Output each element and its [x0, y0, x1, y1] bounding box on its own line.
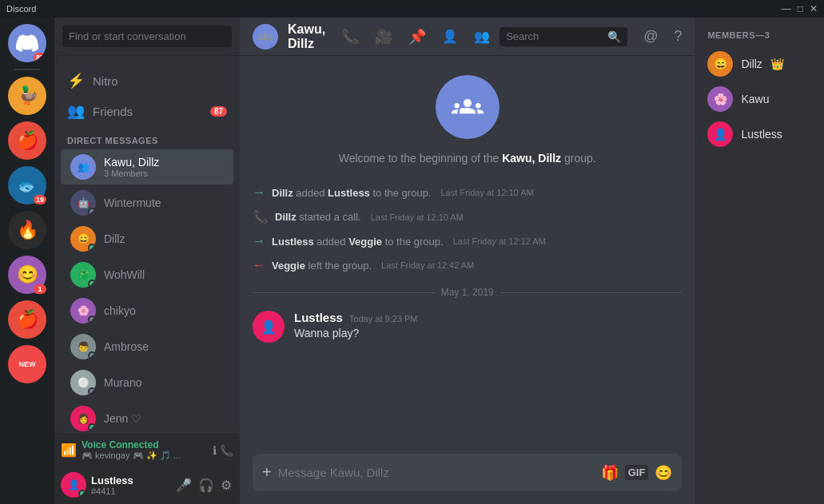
- members-toggle-button[interactable]: 👥: [474, 29, 490, 44]
- voice-connected-info: Voice Connected 🎮 kevingay 🎮 ✨ 🎵 ...: [82, 439, 208, 461]
- gift-icon[interactable]: 🎁: [601, 464, 619, 482]
- chat-input-area: + 🎁 GIF 😊: [240, 454, 695, 504]
- member-avatar-kawu: 🌸: [707, 86, 733, 112]
- phone-call-button[interactable]: 📞: [341, 28, 359, 46]
- system-msg-2-text: Dillz started a call.: [275, 211, 361, 223]
- message-avatar-lustless: 👤: [253, 311, 285, 343]
- dm-name-ambrose: Ambrose: [104, 340, 149, 353]
- status-dot-jenn: [88, 423, 96, 431]
- system-msg-2-time: Last Friday at 12:10 AM: [371, 212, 464, 222]
- member-item-dillz[interactable]: 😄 Dillz 👑: [701, 46, 824, 81]
- status-dot-wintermute: [88, 208, 96, 216]
- dm-avatar-kawu-dillz: 👥: [70, 154, 96, 180]
- voice-info-button[interactable]: ℹ: [213, 444, 217, 457]
- phone-icon: 📞: [253, 209, 269, 224]
- gif-button[interactable]: GIF: [625, 465, 649, 480]
- system-msg-3-time: Last Friday at 12:12 AM: [453, 236, 546, 246]
- member-item-lustless[interactable]: 👤 Lustless: [701, 117, 824, 152]
- emoji-button[interactable]: 😊: [655, 464, 672, 482]
- dm-item-wintermute[interactable]: 🤖 Wintermute: [61, 185, 233, 220]
- system-msg-2: 📞 Dillz started a call. Last Friday at 1…: [253, 208, 682, 226]
- add-attachment-button[interactable]: +: [262, 454, 272, 491]
- friends-icon: 👥: [67, 102, 85, 120]
- voice-connected-area: 📶 Voice Connected 🎮 kevingay 🎮 ✨ 🎵 ... ℹ…: [54, 434, 240, 466]
- system-msg-1-text: Dillz added Lustless to the group.: [272, 187, 431, 199]
- search-input[interactable]: [62, 26, 232, 47]
- add-friend-button[interactable]: 👤: [442, 29, 458, 44]
- dm-avatar-murano: ⚪: [70, 370, 96, 395]
- message-text-lustless: Wanna play?: [294, 326, 682, 342]
- dm-item-dillz[interactable]: 😄 Dillz: [61, 221, 233, 256]
- discord-home-button[interactable]: 87: [8, 24, 46, 62]
- member-avatar-dillz: 😄: [707, 51, 733, 77]
- nitro-icon: ⚡: [67, 72, 85, 89]
- server-icon-3[interactable]: 🐟 19: [8, 166, 46, 204]
- member-item-kawu[interactable]: 🌸 Kawu: [701, 81, 824, 117]
- dm-list: 👥 Kawu, Dillz 3 Members 🤖 Wintermute 😄 D…: [54, 149, 240, 434]
- system-msg-4: ← Veggie left the group. Last Friday at …: [253, 256, 682, 274]
- status-dot-wohwill: [88, 280, 96, 288]
- voice-connected-subtitle: 🎮 kevingay 🎮 ✨ 🎵 ...: [82, 450, 208, 461]
- discord-badge: 87: [34, 53, 46, 62]
- message-input[interactable]: [278, 457, 595, 488]
- nitro-nav-item[interactable]: ⚡ Nitro: [61, 65, 233, 96]
- maximize-button[interactable]: □: [798, 3, 803, 14]
- members-label: MEMBERS—3: [701, 30, 824, 46]
- group-avatar: [436, 75, 500, 139]
- dm-item-info: Kawu, Dillz 3 Members: [104, 156, 159, 178]
- pin-button[interactable]: 📌: [408, 28, 426, 46]
- close-button[interactable]: ✕: [810, 3, 818, 14]
- dm-section-label: DIRECT MESSAGES: [54, 129, 240, 149]
- chat-messages: Welcome to the beginning of the Kawu, Di…: [240, 56, 695, 454]
- dm-item-murano[interactable]: ⚪ Murano: [61, 365, 233, 400]
- member-name-dillz: Dillz: [741, 58, 762, 70]
- server-icon-6[interactable]: 🍎: [8, 300, 46, 339]
- friends-label: Friends: [93, 105, 133, 118]
- chat-search-input[interactable]: [506, 30, 603, 42]
- voice-connected-title: Voice Connected: [82, 439, 208, 450]
- status-dot-chikyo: [88, 315, 96, 323]
- server-icon-2[interactable]: 🍎: [8, 121, 46, 160]
- help-button[interactable]: ?: [674, 28, 682, 45]
- system-msg-3-text: Lustless added Veggie to the group.: [272, 236, 444, 248]
- dm-item-wohwill[interactable]: 🐉 WohWill: [61, 257, 233, 292]
- user-status-dot: [78, 490, 86, 498]
- server-badge-3: 19: [34, 195, 46, 204]
- members-sidebar: MEMBERS—3 😄 Dillz 👑 🌸 Kawu 👤 Lustles: [695, 18, 824, 504]
- minimize-button[interactable]: —: [782, 3, 791, 14]
- dm-item-jenn[interactable]: 👩 Jenn ♡: [61, 401, 233, 434]
- app-title: Discord: [6, 4, 36, 14]
- deafen-button[interactable]: 🎧: [197, 476, 216, 494]
- dm-name-murano: Murano: [104, 376, 141, 389]
- server-icon-4[interactable]: 🔥: [8, 211, 46, 249]
- server-icon-new[interactable]: NEW: [8, 345, 46, 383]
- status-dot-murano: [88, 387, 96, 395]
- friends-nav-item[interactable]: 👥 Friends 87: [61, 96, 233, 126]
- at-mentions-button[interactable]: @: [643, 28, 658, 45]
- video-call-button[interactable]: 🎥: [375, 28, 392, 46]
- system-msg-4-text: Veggie left the group.: [272, 260, 372, 272]
- settings-button[interactable]: ⚙: [219, 476, 233, 494]
- status-dot-ambrose: [88, 351, 96, 359]
- dm-sub-kawu-dillz: 3 Members: [104, 169, 159, 178]
- server-icon-1[interactable]: 🦆: [8, 77, 46, 115]
- server-icon-5[interactable]: 😊 1: [8, 256, 46, 294]
- dm-sidebar: ⚡ Nitro 👥 Friends 87 DIRECT MESSAGES 👥 K…: [54, 18, 240, 504]
- voice-disconnect-button[interactable]: 📞: [220, 444, 233, 457]
- dm-item-ambrose[interactable]: 👦 Ambrose: [61, 329, 233, 364]
- chat-input-box: + 🎁 GIF 😊: [253, 454, 682, 491]
- friends-badge: 87: [210, 106, 227, 117]
- server-sidebar: 87 🦆 🍎 🐟 19 🔥 😊 1 🍎 NEW: [0, 18, 54, 504]
- dm-item-chikyo[interactable]: 🌸 chikyo: [61, 293, 233, 328]
- arrow-left-icon: ←: [253, 258, 265, 272]
- dm-item-kawu-dillz[interactable]: 👥 Kawu, Dillz 3 Members: [61, 149, 233, 185]
- welcome-message: Welcome to the beginning of the Kawu, Di…: [253, 145, 682, 171]
- server-divider: [14, 69, 40, 70]
- message-time-lustless: Today at 9:23 PM: [349, 314, 418, 323]
- chat-header: Kawu, Dillz 📞 🎥 📌 👤 👥 🔍 @ ?: [240, 18, 695, 56]
- chat-group-icon: [253, 24, 278, 50]
- dm-name-jenn: Jenn ♡: [104, 412, 141, 425]
- mute-button[interactable]: 🎤: [174, 476, 193, 494]
- voice-bars-icon: 📶: [61, 442, 77, 458]
- username-label: Lustless: [91, 474, 169, 486]
